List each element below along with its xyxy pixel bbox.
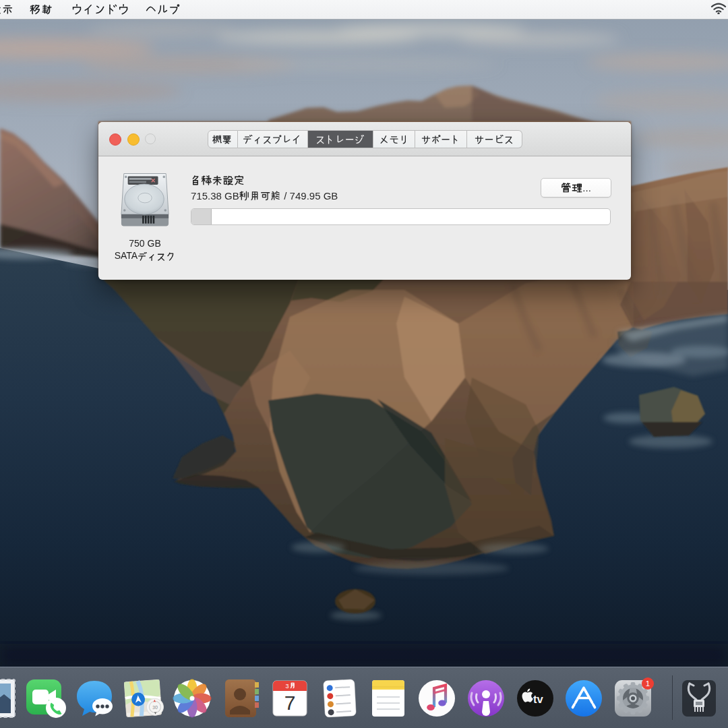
svg-text:7: 7 [284,692,296,714]
svg-text:tv: tv [533,693,543,705]
svg-text:30: 30 [152,705,158,710]
svg-text:1: 1 [646,679,650,688]
svg-text:3: 3 [285,683,289,690]
